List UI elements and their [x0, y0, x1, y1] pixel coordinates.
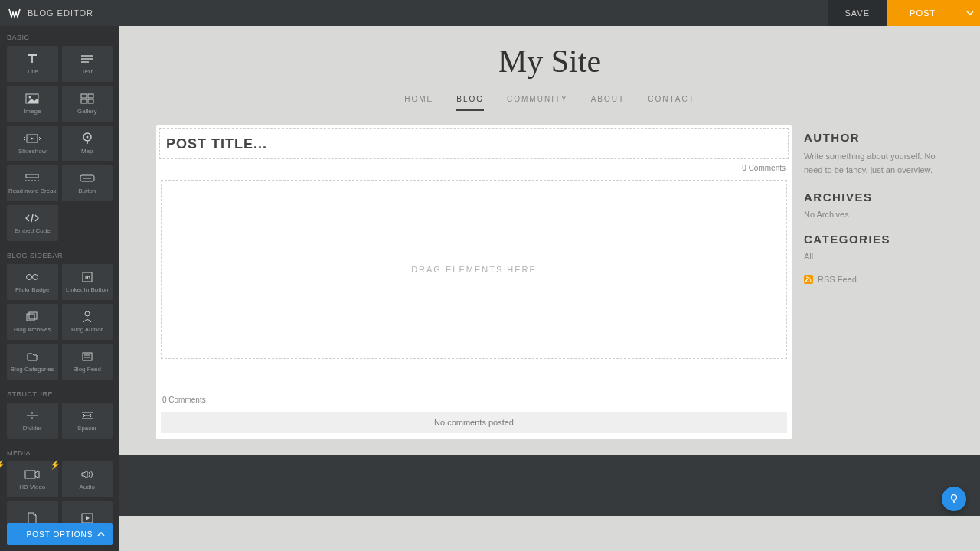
element-blog-author[interactable]: Blog Author — [62, 304, 113, 340]
element-gallery[interactable]: Gallery — [62, 86, 113, 122]
element-blog-feed[interactable]: Blog Feed — [62, 344, 113, 380]
svg-rect-9 — [26, 174, 38, 178]
site-nav: HOME BLOG COMMUNITY ABOUT CONTACT — [119, 87, 980, 125]
svg-rect-16 — [29, 312, 37, 319]
section-header-structure: STRUCTURE — [0, 383, 119, 403]
rss-icon — [804, 275, 813, 284]
svg-point-17 — [85, 311, 90, 316]
archives-text: No Archives — [804, 210, 943, 219]
lightning-icon: ⚡ — [50, 460, 60, 470]
title-icon — [24, 52, 40, 66]
lightning-icon: ⚡ — [0, 460, 5, 470]
svg-rect-5 — [88, 99, 93, 103]
feed-icon — [81, 350, 93, 364]
nav-community[interactable]: COMMUNITY — [507, 95, 568, 111]
element-flickr-badge[interactable]: Flickr Badge — [7, 264, 58, 300]
text-icon — [80, 52, 95, 66]
image-icon — [25, 92, 39, 106]
app-title: BLOG EDITOR — [28, 8, 93, 18]
code-icon — [24, 211, 40, 225]
post-title-placeholder: POST TITLE... — [166, 136, 267, 152]
map-icon — [81, 132, 93, 145]
audio-icon — [80, 468, 94, 481]
element-title[interactable]: Title — [7, 46, 58, 82]
element-spacer[interactable]: Spacer — [62, 403, 113, 439]
categories-icon — [26, 350, 38, 364]
weebly-logo-icon — [8, 6, 21, 20]
categories-all-link[interactable]: All — [804, 252, 943, 261]
svg-point-8 — [86, 136, 88, 139]
element-linkedin-button[interactable]: inLinkedIn Button — [62, 264, 113, 300]
divider-icon — [25, 409, 39, 422]
editor-canvas: My Site HOME BLOG COMMUNITY ABOUT CONTAC… — [119, 26, 980, 551]
element-button[interactable]: Button — [62, 165, 113, 201]
svg-rect-4 — [81, 99, 87, 103]
post-options-button[interactable]: POST OPTIONS — [7, 523, 113, 545]
blog-sidebar-widgets: AUTHOR Write something about yourself. N… — [804, 125, 943, 439]
svg-point-11 — [27, 275, 32, 280]
chevron-down-icon — [966, 9, 974, 17]
nav-blog[interactable]: BLOG — [456, 95, 484, 111]
site-title[interactable]: My Site — [119, 43, 980, 80]
topbar: BLOG EDITOR SAVE POST — [0, 0, 980, 26]
element-read-more[interactable]: Read more Break — [7, 165, 58, 201]
slideshow-icon — [24, 132, 41, 145]
archives-icon — [25, 310, 39, 324]
video-icon — [24, 468, 40, 481]
element-divider[interactable]: Divider — [7, 403, 58, 439]
author-icon — [82, 310, 93, 324]
svg-point-12 — [33, 275, 38, 280]
element-audio[interactable]: ⚡Audio — [62, 461, 113, 497]
author-text[interactable]: Write something about yourself. No need … — [804, 150, 943, 177]
drag-elements-area[interactable]: DRAG ELEMENTS HERE — [161, 180, 787, 359]
nav-home[interactable]: HOME — [404, 95, 433, 111]
elements-sidebar: BASIC Title Text Image Gallery Slideshow… — [0, 26, 119, 551]
svg-point-1 — [29, 96, 31, 99]
post-options-label: POST OPTIONS — [27, 530, 93, 539]
section-header-media: MEDIA — [0, 442, 119, 461]
element-blog-categories[interactable]: Blog Categories — [7, 344, 58, 380]
save-button[interactable]: SAVE — [828, 0, 887, 26]
linkedin-icon: in — [82, 270, 93, 284]
post-card: POST TITLE... 0 Comments DRAG ELEMENTS H… — [156, 125, 792, 439]
element-blog-archives[interactable]: Blog Archives — [7, 304, 58, 340]
element-text[interactable]: Text — [62, 46, 113, 82]
rss-label: RSS Feed — [818, 275, 857, 284]
nav-contact[interactable]: CONTACT — [648, 95, 695, 111]
flickr-icon — [25, 270, 39, 284]
author-heading: AUTHOR — [804, 131, 943, 144]
post-title-input[interactable]: POST TITLE... — [159, 128, 789, 159]
element-slideshow[interactable]: Slideshow — [7, 126, 58, 161]
categories-heading: CATEGORIES — [804, 233, 943, 246]
section-header-basic: BASIC — [0, 26, 119, 46]
button-icon — [80, 171, 95, 185]
svg-rect-3 — [88, 94, 93, 98]
element-map[interactable]: Map — [62, 126, 113, 161]
svg-point-21 — [952, 495, 957, 500]
lightbulb-icon — [949, 494, 959, 504]
document-icon — [27, 511, 38, 525]
help-button[interactable] — [942, 487, 966, 511]
archives-heading: ARCHIVES — [804, 191, 943, 204]
comments-count-top[interactable]: 0 Comments — [159, 159, 789, 180]
spacer-icon — [80, 409, 94, 422]
no-comments-banner: No comments posted — [161, 412, 787, 433]
rss-feed-link[interactable]: RSS Feed — [804, 275, 943, 284]
svg-rect-2 — [81, 94, 87, 98]
nav-about[interactable]: ABOUT — [591, 95, 625, 111]
gallery-icon — [80, 92, 94, 106]
comments-count-bottom: 0 Comments — [159, 359, 789, 412]
element-image[interactable]: Image — [7, 86, 58, 122]
play-icon — [81, 511, 93, 525]
section-header-blog-sidebar: BLOG SIDEBAR — [0, 244, 119, 264]
svg-text:in: in — [85, 274, 90, 281]
element-embed-code[interactable]: Embed Code — [7, 205, 58, 241]
site-footer — [119, 455, 980, 516]
post-button[interactable]: POST — [887, 0, 959, 26]
svg-rect-15 — [27, 314, 34, 321]
drag-hint-label: DRAG ELEMENTS HERE — [411, 265, 537, 274]
post-dropdown-button[interactable] — [959, 0, 980, 26]
read-more-icon — [24, 171, 40, 185]
chevron-up-icon — [97, 532, 105, 536]
svg-rect-18 — [83, 353, 92, 360]
